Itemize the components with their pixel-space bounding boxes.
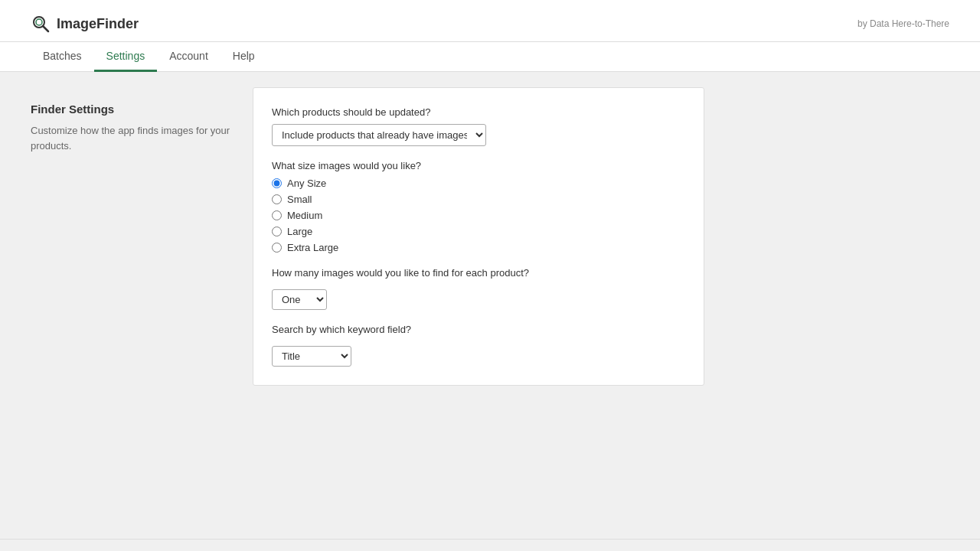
sidebar-description: Customize how the app finds images for y…	[31, 123, 237, 153]
radio-any-size[interactable]: Any Size	[272, 178, 685, 189]
main-panel: Which products should be updated? Includ…	[253, 87, 704, 386]
radio-xl-label: Extra Large	[287, 242, 338, 253]
by-text: by Data Here-to-There	[858, 18, 949, 29]
radio-xl-input[interactable]	[272, 243, 282, 253]
logo-icon	[31, 14, 51, 34]
footer-bar: Save	[0, 539, 980, 551]
count-label: How many images would you like to find f…	[272, 267, 685, 279]
radio-small-input[interactable]	[272, 194, 282, 204]
radio-medium-label: Medium	[287, 210, 322, 221]
image-size-section: What size images would you like? Any Siz…	[272, 160, 685, 253]
products-section: Which products should be updated? Includ…	[272, 106, 685, 146]
tab-account[interactable]: Account	[157, 42, 220, 72]
image-size-radio-group: Any Size Small Medium Large	[272, 178, 685, 253]
radio-medium[interactable]: Medium	[272, 210, 685, 221]
logo-text: ImageFinder	[57, 16, 139, 32]
count-section: How many images would you like to find f…	[272, 267, 685, 310]
products-dropdown[interactable]: Include products that already have image…	[272, 124, 486, 146]
svg-line-1	[43, 26, 48, 31]
radio-large-label: Large	[287, 226, 312, 237]
radio-any-size-label: Any Size	[287, 178, 326, 189]
tab-batches[interactable]: Batches	[31, 42, 94, 72]
sidebar: Finder Settings Customize how the app fi…	[31, 87, 253, 386]
sidebar-title: Finder Settings	[31, 103, 237, 116]
radio-large-input[interactable]	[272, 227, 282, 236]
svg-point-2	[36, 19, 42, 25]
header: ImageFinder by Data Here-to-There	[0, 0, 980, 41]
tab-help[interactable]: Help	[220, 42, 267, 72]
radio-any-size-input[interactable]	[272, 178, 282, 188]
radio-small[interactable]: Small	[272, 194, 685, 205]
count-dropdown[interactable]: One Two Three Four Five	[272, 289, 327, 310]
keyword-section: Search by which keyword field? Title SKU…	[272, 324, 685, 367]
logo: ImageFinder	[31, 14, 139, 34]
image-size-label: What size images would you like?	[272, 160, 685, 171]
keyword-dropdown[interactable]: Title SKU Description Tags	[272, 346, 351, 367]
nav-bar: Batches Settings Account Help	[0, 42, 980, 72]
keyword-label: Search by which keyword field?	[272, 324, 685, 335]
radio-medium-input[interactable]	[272, 210, 282, 220]
radio-large[interactable]: Large	[272, 226, 685, 237]
content-wrapper: Finder Settings Customize how the app fi…	[31, 87, 704, 386]
page-content: Finder Settings Customize how the app fi…	[0, 72, 980, 539]
tab-settings[interactable]: Settings	[94, 42, 158, 72]
products-label: Which products should be updated?	[272, 106, 685, 118]
radio-extra-large[interactable]: Extra Large	[272, 242, 685, 253]
radio-small-label: Small	[287, 194, 312, 205]
